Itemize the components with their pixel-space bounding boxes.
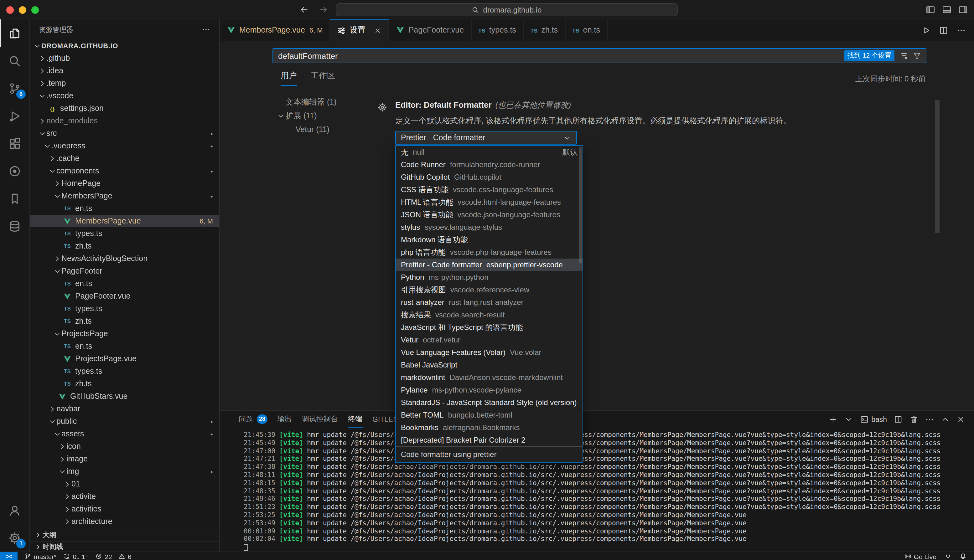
panel-tab[interactable]: 输出 [277, 411, 292, 428]
toc-item-vetur[interactable]: Vetur (11) [276, 123, 385, 137]
run-button[interactable] [921, 25, 931, 35]
dropdown-option[interactable]: 引用搜索视图vscode.references-view [396, 283, 583, 296]
editor-tab[interactable]: TStypes.ts [471, 19, 524, 41]
tree-item[interactable]: .temp [30, 77, 219, 90]
tree-item[interactable]: image [30, 453, 219, 465]
activity-item-search[interactable] [0, 47, 29, 75]
tree-item[interactable]: .vuepress● [30, 140, 219, 152]
tree-item[interactable]: components● [30, 165, 219, 177]
tab-user-settings[interactable]: 用户 [281, 70, 297, 86]
timeline-section[interactable]: 时间线 [30, 541, 219, 552]
activity-item-source-control[interactable]: 6 [0, 75, 29, 102]
activity-item-gitlens[interactable] [0, 157, 29, 185]
tree-item[interactable]: .idea [30, 65, 219, 77]
toggle-secondary-sidebar-button[interactable] [958, 5, 968, 14]
navigate-back-button[interactable] [299, 5, 309, 14]
clear-filter-icon[interactable] [899, 51, 908, 60]
close-window-button[interactable] [6, 6, 14, 14]
default-formatter-select[interactable]: Prettier - Code formatter [395, 131, 577, 145]
status-branch[interactable]: master* [24, 552, 56, 560]
tree-item[interactable]: architecture [30, 515, 219, 528]
editor-tab[interactable]: PageFooter.vue [389, 19, 472, 41]
status-bell[interactable] [960, 553, 966, 560]
tree-item[interactable]: NewsActivityBlogSection [30, 252, 219, 265]
tab-workspace-settings[interactable]: 工作区 [311, 70, 335, 86]
tree-item[interactable]: icon [30, 440, 219, 453]
terminal-output[interactable]: 21:45:39 [vite] hmr update /@fs/Users/ac… [220, 428, 974, 552]
tree-root-item[interactable]: DROMARA.GITHUB.IO [30, 40, 219, 52]
tree-item[interactable]: PageFooter.vue [30, 290, 219, 302]
split-editor-button[interactable] [939, 25, 948, 35]
dropdown-option[interactable]: JavaScript 和 TypeScript 的语言功能 [396, 321, 583, 334]
split-terminal-button[interactable] [894, 415, 902, 423]
tree-item[interactable]: TStypes.ts [30, 302, 219, 315]
dropdown-option[interactable]: Babel JavaScript [396, 359, 583, 371]
tree-item[interactable]: src● [30, 127, 219, 140]
status-plug[interactable] [945, 553, 951, 560]
tree-item[interactable]: ProjectsPage.vue [30, 352, 219, 365]
tree-item[interactable]: activities [30, 503, 219, 515]
dropdown-option[interactable]: GitHub CopilotGitHub.copilot [396, 171, 583, 183]
terminal-instance[interactable]: bash [860, 415, 887, 423]
dropdown-option[interactable]: rust-analyzerrust-lang.rust-analyzer [396, 296, 583, 308]
activity-item-run-and-debug[interactable] [0, 102, 29, 130]
toc-item-text-editor[interactable]: 文本编辑器 (1) [276, 95, 385, 109]
dropdown-option[interactable]: Prettier - Code formatteresbenp.prettier… [396, 258, 583, 271]
tree-item[interactable]: TSzh.ts [30, 378, 219, 390]
tree-item[interactable]: 01 [30, 478, 219, 490]
scrollbar-thumb[interactable] [579, 147, 582, 263]
dropdown-option[interactable]: Pylancems-python.vscode-pylance [396, 384, 583, 396]
remote-indicator[interactable]: >< [0, 552, 18, 560]
dropdown-option[interactable]: JSON 语言功能vscode.json-language-features [396, 208, 583, 221]
more-actions-button[interactable] [925, 415, 934, 423]
dropdown-option[interactable]: Better TOMLbungcip.better-toml [396, 409, 583, 421]
outline-section[interactable]: 大纲 [30, 528, 219, 541]
tree-item[interactable]: TSzh.ts [30, 315, 219, 327]
dropdown-option[interactable]: CSS 语言功能vscode.css-language-features [396, 183, 583, 196]
dropdown-option[interactable]: Bookmarksalefragnani.Bookmarks [396, 421, 583, 434]
tree-item[interactable]: TSen.ts [30, 202, 219, 215]
dropdown-option[interactable]: markdownlintDavidAnson.vscode-markdownli… [396, 371, 583, 384]
panel-tab[interactable]: 调试控制台 [302, 411, 338, 428]
activity-item-extensions[interactable] [0, 130, 29, 157]
tree-item[interactable]: .github [30, 52, 219, 65]
tree-item[interactable]: public● [30, 415, 219, 428]
status-go-live[interactable]: Go Live [904, 552, 936, 560]
tree-item[interactable]: TSzh.ts [30, 240, 219, 252]
toc-item-extensions[interactable]: 扩展 (11) [276, 109, 385, 123]
settings-search-input[interactable] [273, 49, 844, 63]
dropdown-option[interactable]: [Deprecated] Bracket Pair Colorizer 2 [396, 434, 583, 447]
tree-item[interactable]: activite [30, 490, 219, 503]
activity-item-explorer[interactable] [0, 19, 29, 47]
close-panel-button[interactable] [956, 415, 965, 423]
command-center[interactable]: dromara.github.io [336, 3, 678, 16]
dropdown-option[interactable]: 搜索结果vscode.search-result [396, 308, 583, 321]
tree-item[interactable]: MembersPage● [30, 190, 219, 202]
editor-tab[interactable]: 设置 [331, 19, 389, 41]
tree-item[interactable]: TStypes.ts [30, 227, 219, 240]
dropdown-option[interactable]: Code Runnerformulahendry.code-runner [396, 158, 583, 171]
close-icon[interactable] [374, 27, 382, 34]
new-terminal-button[interactable] [829, 415, 837, 423]
tree-item[interactable]: TStypes.ts [30, 365, 219, 378]
dropdown-option[interactable]: Pythonms-python.python [396, 271, 583, 283]
dropdown-option[interactable]: StandardJS - JavaScript Standard Style (… [396, 396, 583, 409]
editor-tab[interactable]: TSzh.ts [524, 19, 565, 41]
more-actions-button[interactable] [956, 25, 966, 35]
editor-tab[interactable]: MembersPage.vue6, M [220, 19, 331, 41]
kill-terminal-button[interactable] [909, 415, 918, 423]
maximize-panel-button[interactable] [941, 415, 950, 423]
dropdown-option[interactable]: 无null默认 [396, 146, 583, 158]
dropdown-option[interactable]: php 语言功能vscode.php-language-features [396, 246, 583, 258]
dropdown-option[interactable]: Veturoctref.vetur [396, 334, 583, 346]
tree-item[interactable]: img● [30, 465, 219, 478]
toggle-primary-sidebar-button[interactable] [926, 5, 935, 14]
tree-item[interactable]: TSen.ts [30, 277, 219, 290]
more-actions-icon[interactable] [202, 25, 211, 34]
tree-item[interactable]: .cache [30, 152, 219, 165]
activity-item-bookmarks[interactable] [0, 185, 29, 212]
activity-item-database[interactable] [0, 212, 29, 240]
tree-item[interactable]: navbar [30, 403, 219, 415]
filter-icon[interactable] [912, 51, 921, 60]
dropdown-option[interactable]: HTML 语言功能vscode.html-language-features [396, 196, 583, 208]
